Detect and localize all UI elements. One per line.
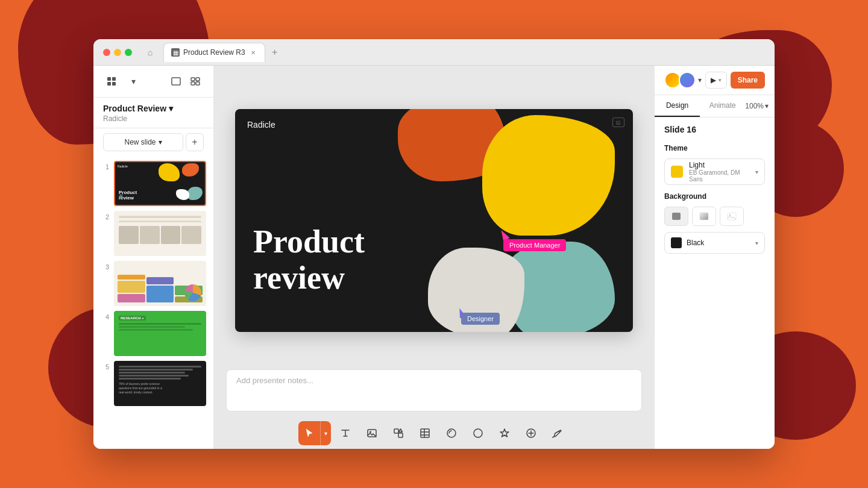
slide-item-1[interactable]: 1 Radicle # Productreview [101, 161, 206, 206]
slide-thumbnail-2 [114, 211, 206, 256]
text-tool-button[interactable] [333, 421, 357, 445]
slide-blob-yellow [482, 115, 615, 236]
canvas-wrapper: Radicle ◱ Product review Product Manager… [214, 66, 654, 369]
new-tab-button[interactable]: + [268, 45, 282, 60]
svg-rect-13 [421, 429, 429, 437]
theme-section-header: Theme [664, 144, 765, 152]
sidebar: ▾ [93, 66, 214, 449]
slide-corner-button[interactable]: ◱ [612, 117, 624, 127]
cursor-tool-group: ▾ [298, 421, 331, 445]
share-button[interactable]: Share [731, 72, 765, 89]
svg-rect-2 [107, 82, 111, 86]
background-color-swatch [671, 237, 682, 248]
svg-rect-0 [107, 77, 111, 81]
background-color-chevron-icon: ▾ [755, 240, 758, 246]
slide-number-3: 3 [101, 261, 109, 271]
star-tool-button[interactable] [492, 421, 517, 445]
svg-point-17 [474, 429, 482, 437]
background-type-options [664, 207, 765, 226]
sidebar-single-view[interactable] [168, 73, 184, 90]
theme-info: Light EB Garamond, DM Sans [689, 161, 749, 183]
thumb-blob-orange [182, 163, 199, 177]
svg-rect-22 [700, 213, 708, 220]
right-panel: ▾ ▶ ▾ Share Design Animate 100% ▾ [654, 66, 775, 449]
svg-rect-8 [196, 82, 200, 85]
slide-title: Product review [253, 224, 365, 296]
thumb-hashtag: # [119, 193, 123, 201]
add-slide-button[interactable]: + [186, 133, 204, 151]
theme-fonts: EB Garamond, DM Sans [689, 169, 749, 183]
theme-selector[interactable]: Light EB Garamond, DM Sans ▾ [664, 158, 765, 185]
traffic-light-green[interactable] [125, 49, 132, 56]
traffic-lights [103, 49, 132, 56]
theme-chevron-icon: ▾ [755, 169, 758, 175]
bottom-toolbar: ▾ [214, 418, 654, 449]
browser-tab[interactable]: ▦ Product Review R3 ✕ [163, 43, 265, 62]
bg-gradient-option[interactable] [692, 207, 716, 226]
project-name: Product Review ▾ [103, 104, 204, 113]
home-button[interactable]: ⌂ [142, 44, 159, 61]
tab-bar: ▦ Product Review R3 ✕ + [163, 43, 282, 62]
canvas-area: Radicle ◱ Product review Product Manager… [214, 66, 654, 449]
panel-header: ▾ ▶ ▾ Share [655, 66, 775, 95]
zoom-control[interactable]: 100% ▾ [745, 102, 769, 110]
svg-rect-12 [398, 433, 403, 437]
slide-canvas[interactable]: Radicle ◱ Product review Product Manager… [235, 109, 633, 332]
play-button[interactable]: ▶ ▾ [705, 72, 727, 89]
sidebar-header: ▾ [93, 66, 213, 98]
thumb-blob-yellow [159, 163, 180, 181]
slide-number-5: 5 [101, 361, 109, 371]
sidebar-grid-view[interactable] [187, 73, 204, 90]
slide-number-4: 4 [101, 311, 109, 321]
cursor-tool-button[interactable] [298, 421, 320, 445]
avatar-dropdown[interactable]: ▾ [698, 76, 702, 84]
slide-item-5[interactable]: 5 76% of learners prefer sciencequestion… [101, 361, 206, 406]
image-tool-button[interactable] [360, 421, 384, 445]
shapes-tool-button[interactable] [386, 421, 410, 445]
traffic-light-red[interactable] [103, 49, 110, 56]
theme-color-swatch [671, 166, 683, 178]
theme-name: Light [689, 161, 749, 169]
background-section-header: Background [664, 192, 765, 201]
slide-item-3[interactable]: 3 [101, 261, 206, 306]
svg-point-10 [370, 431, 371, 433]
new-slide-button[interactable]: New slide ▾ [103, 133, 183, 151]
cursor-tool-chevron[interactable]: ▾ [320, 421, 331, 445]
svg-rect-11 [394, 429, 398, 433]
project-info: Product Review ▾ Radicle [93, 98, 213, 128]
new-slide-row: New slide ▾ + [93, 128, 213, 156]
svg-rect-21 [672, 213, 681, 220]
new-slide-chevron: ▾ [159, 138, 162, 146]
play-icon: ▶ [711, 76, 716, 84]
pen-tool-button[interactable] [546, 421, 570, 445]
oval-tool-button[interactable] [466, 421, 490, 445]
slide-item-4[interactable]: 4 RESEARCH + [101, 311, 206, 356]
svg-rect-4 [172, 78, 180, 85]
label-designer: Designer [461, 313, 500, 325]
sidebar-grid-icon[interactable] [103, 73, 120, 90]
sidebar-chevron-icon[interactable]: ▾ [125, 73, 142, 90]
background-color-selector[interactable]: Black ▾ [664, 232, 765, 254]
tab-design[interactable]: Design [655, 95, 700, 117]
slide-label: Slide 16 [664, 125, 765, 134]
draw-tool-button[interactable] [439, 421, 464, 445]
tab-close-button[interactable]: ✕ [249, 48, 257, 57]
project-subtitle: Radicle [103, 114, 204, 123]
svg-rect-1 [112, 77, 116, 81]
titlebar: ⌂ ▦ Product Review R3 ✕ + [93, 39, 775, 66]
add-tool-button[interactable] [519, 421, 543, 445]
slide-item-2[interactable]: 2 [101, 211, 206, 256]
panel-tabs: Design Animate 100% ▾ [655, 95, 775, 117]
bg-solid-option[interactable] [664, 207, 688, 226]
bg-image-option[interactable] [720, 207, 744, 226]
avatar-2 [679, 72, 696, 89]
label-product-manager: Product Manager [503, 239, 566, 251]
table-tool-button[interactable] [413, 421, 437, 445]
slide-number-1: 1 [101, 161, 109, 170]
notes-area[interactable]: Add presenter notes... [226, 369, 642, 411]
tab-animate[interactable]: Animate [700, 95, 745, 117]
traffic-light-yellow[interactable] [114, 49, 121, 56]
panel-content: Slide 16 Theme Light EB Garamond, DM San… [655, 117, 775, 449]
project-dropdown-icon[interactable]: ▾ [169, 104, 173, 113]
tab-title: Product Review R3 [183, 48, 245, 57]
